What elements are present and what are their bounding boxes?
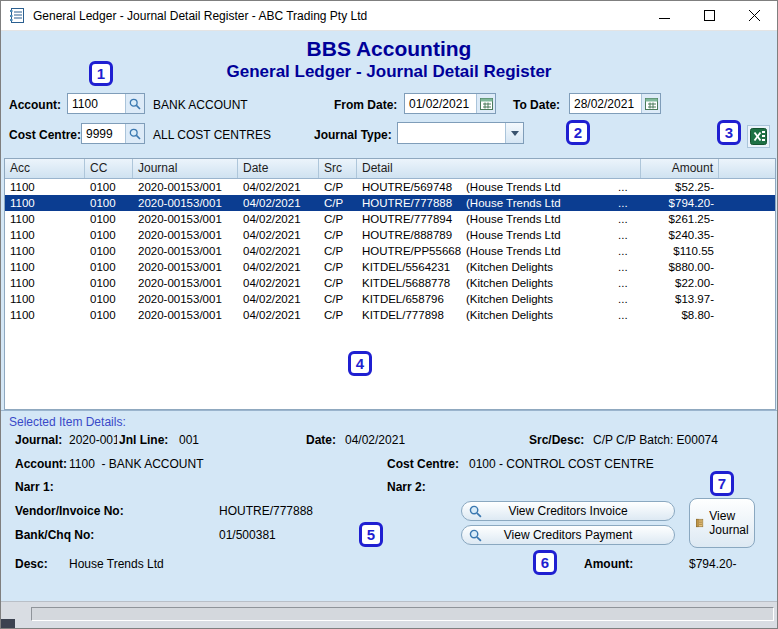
cell-acc: 1100 bbox=[5, 261, 85, 273]
cell-journal: 2020-00153/001 bbox=[133, 245, 238, 257]
cell-detail-name: (Kitchen Delights bbox=[461, 277, 613, 289]
view-creditors-invoice-button[interactable]: View Creditors Invoice bbox=[461, 501, 675, 521]
detail-src-desc-value: C/P C/P Batch: E00074 bbox=[593, 433, 718, 447]
column-header-amount: Amount bbox=[641, 159, 719, 178]
app-title: BBS Accounting bbox=[1, 37, 777, 61]
to-date-calendar-button[interactable] bbox=[641, 94, 660, 113]
app-icon bbox=[9, 7, 26, 24]
cell-amount: $794.20- bbox=[641, 197, 719, 209]
cell-amount: $261.25- bbox=[641, 213, 719, 225]
cell-ellipsis: ... bbox=[613, 213, 641, 225]
column-header-acc: Acc bbox=[5, 159, 85, 178]
close-icon bbox=[749, 10, 760, 21]
annotation-3: 3 bbox=[717, 120, 741, 145]
selected-item-details-panel: Selected Item Details: Journal: 2020-001… bbox=[1, 410, 778, 603]
cell-cc: 0100 bbox=[85, 245, 133, 257]
cell-amount: $110.55 bbox=[641, 245, 719, 257]
cell-acc: 1100 bbox=[5, 197, 85, 209]
detail-vendor-invoice-label: Vendor/Invoice No: bbox=[15, 504, 124, 518]
cell-cc: 0100 bbox=[85, 229, 133, 241]
calendar-icon bbox=[480, 97, 493, 110]
cell-detail-name: (Kitchen Delights bbox=[461, 293, 613, 305]
cost-centre-input[interactable]: 9999 bbox=[81, 123, 145, 144]
table-row[interactable]: 1100 0100 2020-00153/001 04/02/2021 C/P … bbox=[5, 307, 775, 323]
annotation-5: 5 bbox=[359, 522, 383, 547]
cell-src: C/P bbox=[319, 213, 357, 225]
to-date-value: 28/02/2021 bbox=[570, 97, 641, 111]
journal-type-label: Journal Type: bbox=[314, 128, 392, 142]
table-row[interactable]: 1100 0100 2020-00153/001 04/02/2021 C/P … bbox=[5, 291, 775, 307]
annotation-6: 6 bbox=[533, 550, 557, 575]
cell-date: 04/02/2021 bbox=[238, 277, 319, 289]
cell-acc: 1100 bbox=[5, 277, 85, 289]
close-button[interactable] bbox=[732, 1, 777, 30]
cell-src: C/P bbox=[319, 261, 357, 273]
table-row[interactable]: 1100 0100 2020-00153/001 04/02/2021 C/P … bbox=[5, 227, 775, 243]
cell-detail-name: (House Trends Ltd bbox=[461, 197, 613, 209]
cell-detail-name: (House Trends Ltd bbox=[461, 213, 613, 225]
cell-amount: $240.35- bbox=[641, 229, 719, 241]
journal-table-body: 1100 0100 2020-00153/001 04/02/2021 C/P … bbox=[5, 179, 775, 323]
minimize-icon bbox=[659, 10, 670, 21]
detail-bank-chq-label: Bank/Chq No: bbox=[15, 528, 94, 542]
from-date-calendar-button[interactable] bbox=[476, 94, 495, 113]
cell-journal: 2020-00153/001 bbox=[133, 261, 238, 273]
title-bar: General Ledger - Journal Detail Register… bbox=[1, 1, 777, 31]
detail-cost-centre-label: Cost Centre: bbox=[387, 457, 459, 471]
view-creditors-payment-button[interactable]: View Creditors Payment bbox=[461, 525, 675, 545]
cost-centre-label: Cost Centre: bbox=[9, 128, 81, 142]
chevron-down-icon bbox=[511, 131, 519, 136]
from-date-input[interactable]: 01/02/2021 bbox=[404, 93, 496, 114]
cost-centre-lookup-button[interactable] bbox=[125, 124, 144, 143]
search-icon bbox=[129, 128, 141, 140]
page-title: General Ledger - Journal Detail Register bbox=[1, 62, 777, 82]
cell-cc: 0100 bbox=[85, 197, 133, 209]
detail-journal-value: 2020-00153 bbox=[69, 433, 117, 447]
account-input[interactable]: 1100 bbox=[67, 93, 145, 114]
to-date-input[interactable]: 28/02/2021 bbox=[569, 93, 661, 114]
cell-ellipsis: ... bbox=[613, 245, 641, 257]
details-section-label: Selected Item Details: bbox=[9, 415, 126, 429]
table-row[interactable]: 1100 0100 2020-00153/001 04/02/2021 C/P … bbox=[5, 259, 775, 275]
cell-date: 04/02/2021 bbox=[238, 229, 319, 241]
cell-detail-ref: HOUTRE/888789 bbox=[357, 229, 461, 241]
taskbar-fragment bbox=[1, 619, 15, 628]
cell-detail-ref: KITDEL/5688778 bbox=[357, 277, 461, 289]
cell-acc: 1100 bbox=[5, 309, 85, 321]
cell-src: C/P bbox=[319, 181, 357, 193]
cell-detail-ref: KITDEL/777898 bbox=[357, 309, 461, 321]
table-row[interactable]: 1100 0100 2020-00153/001 04/02/2021 C/P … bbox=[5, 211, 775, 227]
annotation-7: 7 bbox=[710, 471, 734, 496]
journal-type-select[interactable] bbox=[397, 122, 524, 144]
table-row[interactable]: 1100 0100 2020-00153/001 04/02/2021 C/P … bbox=[5, 243, 775, 259]
export-excel-button[interactable] bbox=[747, 125, 770, 148]
detail-journal-label: Journal: bbox=[15, 433, 62, 447]
journal-table: Acc CC Journal Date Src Detail Amount 11… bbox=[4, 158, 776, 410]
cell-journal: 2020-00153/001 bbox=[133, 309, 238, 321]
detail-vendor-invoice-value: HOUTRE/777888 bbox=[219, 504, 313, 518]
table-row[interactable]: 1100 0100 2020-00153/001 04/02/2021 C/P … bbox=[5, 275, 775, 291]
calendar-icon bbox=[645, 97, 658, 110]
cell-acc: 1100 bbox=[5, 181, 85, 193]
cell-src: C/P bbox=[319, 245, 357, 257]
cell-journal: 2020-00153/001 bbox=[133, 293, 238, 305]
cell-acc: 1100 bbox=[5, 245, 85, 257]
journal-type-dropdown-button[interactable] bbox=[505, 123, 523, 143]
annotation-4: 4 bbox=[348, 351, 372, 376]
window-title: General Ledger - Journal Detail Register… bbox=[33, 9, 367, 23]
annotation-1: 1 bbox=[89, 61, 113, 86]
detail-account-label: Account: bbox=[15, 457, 67, 471]
table-row[interactable]: 1100 0100 2020-00153/001 04/02/2021 C/P … bbox=[5, 179, 775, 195]
minimize-button[interactable] bbox=[642, 1, 687, 30]
cell-acc: 1100 bbox=[5, 213, 85, 225]
table-row[interactable]: 1100 0100 2020-00153/001 04/02/2021 C/P … bbox=[5, 195, 775, 211]
cell-date: 04/02/2021 bbox=[238, 213, 319, 225]
cell-ellipsis: ... bbox=[613, 277, 641, 289]
detail-account-value: 1100 - BANK ACCOUNT bbox=[69, 457, 203, 471]
account-lookup-button[interactable] bbox=[125, 94, 144, 113]
cell-detail-name: (House Trends Ltd bbox=[461, 181, 613, 193]
maximize-button[interactable] bbox=[687, 1, 732, 30]
status-panel bbox=[31, 607, 774, 621]
view-creditors-payment-label: View Creditors Payment bbox=[504, 528, 633, 542]
view-journal-button[interactable]: View Journal bbox=[689, 498, 755, 548]
